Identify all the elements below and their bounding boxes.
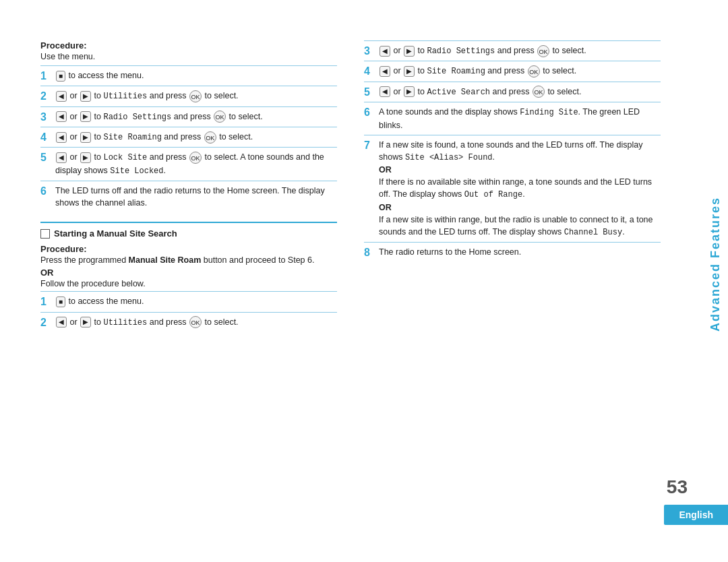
step-item: 5 ◀ or ▶ to Active Search and press OK t… — [364, 82, 661, 102]
nav-right-icon-btn: ▶ — [80, 317, 91, 327]
step-item: 2 ◀ or ▶ to Utilities and press OK to se… — [40, 86, 337, 106]
step-number: 4 — [40, 131, 51, 144]
nav-left-icon-btn: ◀ — [56, 317, 67, 327]
right-column: 3 ◀ or ▶ to Radio Settings and press OK … — [364, 40, 661, 332]
step-item: 1 ■ to access the menu. — [40, 65, 337, 86]
step-content: The radio returns to the Home screen. — [379, 246, 661, 258]
use-menu-text: Use the menu. — [40, 52, 337, 61]
nav-left-icon-btn: ◀ — [380, 46, 390, 57]
ok-btn: OK — [189, 316, 202, 328]
page-number: 53 — [667, 476, 688, 498]
step-item: 3 ◀ or ▶ to Radio Settings and press OK … — [364, 40, 661, 61]
step-content: A tone sounds and the display shows Find… — [379, 106, 661, 131]
step-number: 1 — [40, 69, 51, 82]
step-number: 2 — [40, 316, 51, 329]
ok-btn: OK — [189, 152, 202, 164]
step-content: ◀ or ▶ to Radio Settings and press OK to… — [55, 111, 337, 123]
press-text: Press the programmed Manual Site Roam bu… — [40, 255, 337, 265]
step-number: 5 — [40, 151, 51, 164]
step-content: ◀ or ▶ to Active Search and press OK to … — [379, 86, 661, 98]
step-content: ◀ or ▶ to Utilities and press OK to sele… — [55, 316, 337, 329]
nav-left-icon-btn: ◀ — [56, 132, 67, 143]
nav-right-icon-btn: ▶ — [80, 152, 91, 163]
or-bold-2: OR — [379, 203, 392, 212]
step-item: 5 ◀ or ▶ to Lock Site and press OK to se… — [40, 147, 337, 181]
section-heading: Starting a Manual Site Search — [40, 222, 337, 239]
nav-right-icon-btn: ▶ — [404, 66, 415, 77]
sidebar-label: Advanced Features — [702, 34, 728, 495]
step-item: 8 The radio returns to the Home screen. — [364, 242, 661, 262]
step-number: 1 — [40, 295, 51, 308]
procedure-label-2: Procedure: — [40, 244, 337, 254]
step-number: 2 — [40, 90, 51, 102]
nav-left-icon-btn: ◀ — [56, 152, 67, 163]
english-badge: English — [664, 505, 728, 525]
step-list-right: 3 ◀ or ▶ to Radio Settings and press OK … — [364, 40, 661, 263]
step-content: ◀ or ▶ to Site Roaming and press OK to s… — [379, 65, 661, 77]
step-number: 6 — [40, 185, 51, 197]
section-heading-text: Starting a Manual Site Search — [54, 228, 177, 239]
step-item: 2 ◀ or ▶ to Utilities and press OK to se… — [40, 312, 337, 332]
nav-right-icon-btn: ▶ — [80, 91, 91, 102]
step-content: The LED turns off and the radio returns … — [55, 185, 337, 209]
step-number: 4 — [364, 65, 375, 77]
sidebar-label-text: Advanced Features — [708, 197, 723, 332]
ok-btn: OK — [214, 111, 226, 123]
step-content: ■ to access the menu. — [55, 69, 337, 82]
or-label: OR — [40, 268, 337, 278]
ok-btn: OK — [533, 86, 545, 98]
nav-right-icon-btn: ▶ — [80, 132, 91, 143]
step-list-1: 1 ■ to access the menu. 2 ◀ or ▶ to Util… — [40, 65, 337, 212]
menu-icon-btn: ■ — [56, 71, 65, 82]
step-number: 8 — [364, 246, 375, 259]
menu-icon-btn: ■ — [56, 296, 65, 307]
follow-text: Follow the procedure below. — [40, 279, 337, 288]
step-item: 1 ■ to access the menu. — [40, 291, 337, 311]
step-content: If a new site is found, a tone sounds an… — [379, 139, 661, 239]
nav-right-icon-btn: ▶ — [404, 46, 415, 57]
ok-btn: OK — [189, 90, 202, 102]
step-content: ◀ or ▶ to Site Roaming and press OK to s… — [55, 131, 337, 144]
step-number: 7 — [364, 139, 375, 152]
step-item: 4 ◀ or ▶ to Site Roaming and press OK to… — [40, 127, 337, 147]
step-item: 6 A tone sounds and the display shows Fi… — [364, 102, 661, 135]
nav-left-icon-btn: ◀ — [380, 86, 390, 97]
step-content: ◀ or ▶ to Lock Site and press OK to sele… — [55, 151, 337, 177]
content-columns: Procedure: Use the menu. 1 ■ to access t… — [40, 40, 661, 332]
nav-right-icon-btn: ▶ — [404, 86, 415, 97]
or-bold: OR — [379, 165, 392, 175]
page-container: Advanced Features Procedure: Use the men… — [0, 0, 728, 562]
nav-right-icon-btn: ▶ — [80, 111, 91, 122]
step-number: 5 — [364, 86, 375, 98]
step-list-2: 1 ■ to access the menu. 2 ◀ or ▶ to Util… — [40, 291, 337, 332]
procedure-label-1: Procedure: — [40, 40, 337, 51]
step-content: ■ to access the menu. — [55, 295, 337, 307]
step-item: 6 The LED turns off and the radio return… — [40, 181, 337, 212]
checkbox-icon — [40, 229, 50, 239]
nav-left-icon-btn: ◀ — [56, 91, 67, 102]
step-content: ◀ or ▶ to Utilities and press OK to sele… — [55, 90, 337, 102]
step-number: 6 — [364, 106, 375, 119]
step-item: 4 ◀ or ▶ to Site Roaming and press OK to… — [364, 61, 661, 81]
step-content: ◀ or ▶ to Radio Settings and press OK to… — [379, 44, 661, 57]
nav-left-icon-btn: ◀ — [380, 66, 390, 77]
step-item: 7 If a new site is found, a tone sounds … — [364, 135, 661, 243]
step-number: 3 — [364, 44, 375, 57]
step-number: 3 — [40, 111, 51, 123]
ok-btn: OK — [537, 45, 549, 57]
left-column: Procedure: Use the menu. 1 ■ to access t… — [40, 40, 337, 332]
ok-btn: OK — [528, 65, 540, 77]
ok-btn: OK — [204, 131, 216, 144]
nav-left-icon-btn: ◀ — [56, 111, 67, 122]
step-item: 3 ◀ or ▶ to Radio Settings and press OK … — [40, 106, 337, 127]
